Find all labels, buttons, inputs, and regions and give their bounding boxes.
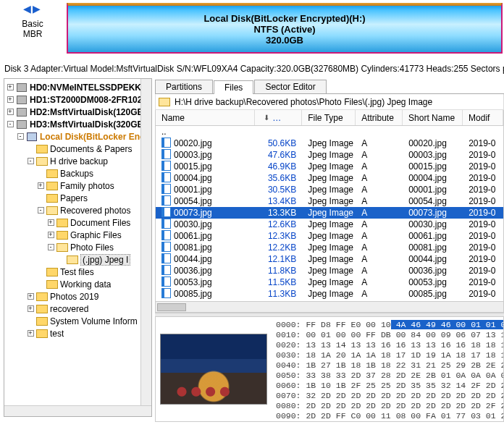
hex-viewer[interactable]: 0000: FF D8 FF E0 00 10 4A 46 49 46 00 0…: [272, 317, 503, 421]
hdd-icon: [16, 95, 28, 105]
cell-attribute: A: [356, 196, 403, 206]
cell-size: 12.6KB: [255, 219, 302, 229]
file-icon: [161, 207, 174, 219]
cell-modify: 2019-0: [463, 289, 503, 299]
tree-node[interactable]: +recovered: [6, 303, 150, 315]
scrollbar-horizontal[interactable]: [156, 301, 503, 312]
cell-name: 00044.jpg: [174, 254, 212, 264]
tree-node[interactable]: -Recovered photos: [6, 204, 150, 216]
tree-node[interactable]: +Graphic Files: [6, 229, 150, 241]
folder-icon: [36, 144, 48, 154]
tab-partitions[interactable]: Partitions: [155, 80, 213, 93]
cell-shortname: 00054.jpg: [403, 196, 463, 206]
table-row[interactable]: 00020.jpg50.6KBJpeg ImageA00020.jpg2019-…: [156, 138, 503, 149]
cell-filetype: Jpeg Image: [302, 219, 356, 229]
col-size[interactable]: ⬇…: [255, 110, 302, 125]
cell-size: 11.5KB: [255, 277, 302, 287]
col-attribute[interactable]: Attribute: [356, 110, 403, 125]
cell-size: 11.8KB: [255, 266, 302, 276]
table-row[interactable]: 00004.jpg35.6KBJpeg ImageA00004.jpg2019-…: [156, 172, 503, 184]
scrollbar-thumb[interactable]: [157, 303, 186, 311]
table-row[interactable]: 00061.jpg12.3KBJpeg ImageA00061.jpg2019-…: [156, 230, 503, 242]
file-icon: [161, 230, 174, 242]
hdd-icon: [16, 119, 28, 130]
tree-node[interactable]: +test: [6, 327, 150, 339]
tree-node[interactable]: +Photos 2019: [6, 290, 150, 303]
cell-filetype: Jpeg Image: [302, 185, 356, 195]
folder-icon: [46, 169, 58, 179]
cell-name: 00030.jpg: [174, 219, 212, 229]
cell-attribute: A: [356, 254, 403, 264]
table-row[interactable]: 00081.jpg12.2KBJpeg ImageA00081.jpg2019-…: [156, 242, 503, 253]
cell-attribute: A: [356, 266, 403, 276]
tree-node[interactable]: -Photo Files: [6, 241, 150, 253]
tree-node[interactable]: System Volume Inform: [6, 315, 150, 327]
cell-shortname: 00081.jpg: [403, 242, 463, 253]
file-icon: [161, 138, 174, 150]
table-row[interactable]: 00036.jpg11.8KBJpeg ImageA00036.jpg2019-…: [156, 265, 503, 276]
file-icon: [161, 195, 174, 208]
tree-node[interactable]: Documents & Papers: [6, 143, 150, 155]
folder-icon: [36, 156, 48, 166]
table-row[interactable]: 00015.jpg46.9KBJpeg ImageA00015.jpg2019-…: [156, 161, 503, 172]
cell-size: 46.9KB: [255, 161, 302, 172]
cell-shortname: 00073.jpg: [403, 208, 463, 218]
tree-node-hd2[interactable]: +HD2:MsftVirtualDisk(120GB: [6, 106, 150, 118]
cell-name: 00054.jpg: [174, 196, 212, 206]
path-bar[interactable]: H:\H drive backup\Recovered photos\Photo…: [155, 94, 504, 110]
tree-node[interactable]: Working data: [6, 278, 150, 290]
cell-name: 00081.jpg: [174, 242, 212, 253]
table-row[interactable]: ..: [156, 126, 503, 138]
cell-shortname: 00015.jpg: [403, 161, 463, 172]
scrollbar-horizontal[interactable]: [4, 405, 151, 416]
tree-node-hd3[interactable]: -HD3:MsftVirtualDisk(320GB: [6, 118, 150, 130]
tree-node-hd1[interactable]: +HD1:ST2000DM008-2FR102: [6, 93, 150, 106]
col-filetype[interactable]: File Type: [302, 110, 356, 125]
file-icon: [161, 172, 174, 185]
tree-node[interactable]: -H drive backup: [6, 155, 150, 167]
folder-icon: [36, 292, 48, 302]
cell-attribute: A: [356, 208, 403, 218]
cell-shortname: 00001.jpg: [403, 185, 463, 195]
sort-desc-icon: ⬇: [264, 114, 269, 122]
table-row[interactable]: 00053.jpg11.5KBJpeg ImageA00053.jpg2019-…: [156, 276, 503, 288]
file-list[interactable]: Name ⬇… File Type Attribute Short Name M…: [155, 110, 504, 313]
file-icon: [161, 288, 174, 300]
column-headers[interactable]: Name ⬇… File Type Attribute Short Name M…: [156, 110, 503, 126]
folder-icon: [46, 206, 58, 216]
file-icon: [161, 184, 174, 196]
table-row[interactable]: 00044.jpg12.1KBJpeg ImageA00044.jpg2019-…: [156, 253, 503, 265]
directory-tree[interactable]: +HD0:NVMeINTELSSDPEKKW +HD1:ST2000DM008-…: [4, 78, 152, 417]
table-row[interactable]: 00030.jpg12.6KBJpeg ImageA00030.jpg2019-…: [156, 219, 503, 230]
cell-filetype: Jpeg Image: [302, 231, 356, 241]
preview-pane: 0000: FF D8 FF E0 00 10 4A 46 49 46 00 0…: [155, 317, 504, 422]
col-shortname[interactable]: Short Name: [403, 110, 463, 125]
table-row[interactable]: 00001.jpg30.5KBJpeg ImageA00001.jpg2019-…: [156, 184, 503, 195]
volume-size: 320.0GB: [68, 35, 501, 46]
tree-node-jpg[interactable]: (.jpg) Jpeg I: [6, 253, 150, 266]
tree-node[interactable]: Backups: [6, 167, 150, 180]
tab-bar: Partitions Files Sector Editor: [155, 78, 504, 94]
tree-node[interactable]: +Document Files: [6, 216, 150, 229]
cell-shortname: 00061.jpg: [403, 231, 463, 241]
table-row[interactable]: 00085.jpg11.3KBJpeg ImageA00085.jpg2019-…: [156, 288, 503, 300]
tree-node[interactable]: Papers: [6, 192, 150, 204]
table-row[interactable]: 00003.jpg47.6KBJpeg ImageA00003.jpg2019-…: [156, 149, 503, 161]
col-name[interactable]: Name: [156, 110, 255, 125]
folder-icon: [36, 316, 48, 326]
tab-sector-editor[interactable]: Sector Editor: [254, 80, 326, 93]
tab-files[interactable]: Files: [214, 80, 253, 94]
tree-node-hd0[interactable]: +HD0:NVMeINTELSSDPEKKW: [6, 81, 150, 93]
table-row[interactable]: 00073.jpg13.3KBJpeg ImageA00073.jpg2019-…: [156, 207, 503, 219]
tree-node-volume[interactable]: -Local Disk(BitLocker Encr: [6, 130, 150, 143]
tree-node[interactable]: +Family photos: [6, 180, 150, 192]
cell-size: 50.6KB: [255, 138, 302, 148]
tree-node[interactable]: Test files: [6, 266, 150, 278]
volume-bar[interactable]: Local Disk(BitLocker Encrypted)(H:) NTFS…: [67, 3, 503, 54]
hdd-icon: [16, 83, 28, 93]
table-row[interactable]: 00054.jpg13.4KBJpeg ImageA00054.jpg2019-…: [156, 195, 503, 207]
scrollbar-vertical[interactable]: [140, 79, 151, 416]
col-options-icon[interactable]: …: [272, 113, 281, 123]
nav-arrows[interactable]: ◀▶: [4, 3, 62, 14]
col-modify[interactable]: Modif: [463, 110, 503, 125]
